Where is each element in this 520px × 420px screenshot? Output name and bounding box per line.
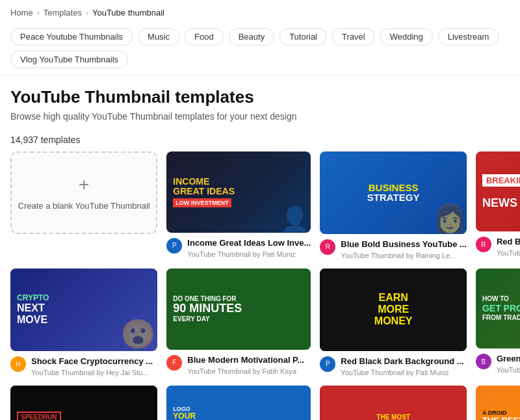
breadcrumb-sep-2: › [86, 8, 88, 18]
breadcrumb-current: YouTube thumbnail [92, 8, 164, 18]
template-card-6[interactable]: EARNMOREMONEYPRed Black Dark Background … [320, 269, 467, 376]
card-text-6: Red Black Dark Background ...YouTube Thu… [341, 356, 467, 376]
template-card-10[interactable]: THE MOSTATTRACTIVETHUMBNAIL😮TMost Attrac… [320, 386, 467, 420]
card-info-6: PRed Black Dark Background ...YouTube Th… [320, 356, 467, 376]
avatar-3: R [476, 237, 491, 252]
card-text-1: Income Great Ideas Low Inve...YouTube Th… [187, 238, 311, 258]
filter-pill-travel[interactable]: Travel [332, 28, 375, 46]
avatar-7: B [476, 354, 491, 369]
template-thumb-11: A DROIDTHE BESTMOBILEGAMES🎮 [476, 386, 520, 420]
filter-pill-livestream[interactable]: Livestream [438, 28, 499, 46]
filter-pill-food[interactable]: Food [185, 28, 224, 46]
avatar-4: H [10, 356, 26, 372]
filter-bar: Peace Youtube ThumbnailsMusicFoodBeautyT… [0, 23, 520, 75]
card-info-2: RBlue Bold Business YouTube ...YouTube T… [320, 239, 467, 259]
template-thumb-5: DO ONE THING FOR90 MINUTESEVERY DAY [166, 269, 311, 350]
page-header: YouTube Thumbnail templates Browse high … [0, 75, 520, 124]
template-card-9[interactable]: LOGOYOURHEALTHIS OURPRIORITYFBlue Modern… [166, 386, 311, 420]
card-info-7: BGreen Photocentric Bold Ma...YouTube Th… [476, 354, 520, 374]
breadcrumb-templates[interactable]: Templates [44, 8, 82, 18]
avatar-2: R [320, 239, 335, 255]
filter-pill-beauty[interactable]: Beauty [229, 28, 274, 46]
card-meta-3: YouTube Thumbnail by Raining Le... [497, 249, 520, 257]
template-thumb-4: CRYPTONEXTMOVE😮 [10, 269, 157, 351]
template-card-5[interactable]: DO ONE THING FOR90 MINUTESEVERY DAYFBlue… [166, 269, 311, 376]
template-card-4[interactable]: CRYPTONEXTMOVE😮HShock Face Cryptocurrenc… [10, 269, 157, 376]
card-name-7: Green Photocentric Bold Ma... [497, 354, 520, 365]
card-meta-4: YouTube Thumbnail by Hey Jai Stu... [31, 369, 157, 376]
filter-pill-tutorial[interactable]: Tutorial [280, 28, 327, 46]
filter-pill-vlog[interactable]: Vlog YouTube Thumbnails [10, 51, 128, 68]
card-info-3: RRed Bold News Youtube Thu...YouTube Thu… [476, 237, 520, 257]
card-meta-6: YouTube Thumbnail by Pati Muniz [341, 369, 467, 376]
template-thumb-7: HOW TOGET PROFITFROM TRADING👤 [476, 269, 520, 348]
card-meta-7: YouTube Thumbnail by Blancalab... [497, 366, 520, 374]
template-thumb-8: SPEEDRUNHORRORGAME😱 [10, 386, 157, 420]
card-meta-2: YouTube Thumbnail by Raining Le... [341, 252, 467, 259]
template-thumb-3: BREAKINGNEWS👔 [476, 151, 520, 231]
breadcrumb-home[interactable]: Home [10, 8, 33, 18]
breadcrumb: Home › Templates › YouTube thumbnail [0, 0, 520, 23]
card-text-5: Blue Modern Motivational P...YouTube Thu… [187, 355, 311, 375]
card-meta-5: YouTube Thumbnail by Fatih Kaya [187, 367, 311, 375]
filter-pill-music[interactable]: Music [138, 28, 179, 46]
card-meta-1: YouTube Thumbnail by Pati Muniz [187, 250, 311, 258]
card-text-2: Blue Bold Business YouTube ...YouTube Th… [341, 239, 467, 259]
page-subtitle: Browse high quality YouTube Thumbnail te… [10, 111, 510, 122]
avatar-1: P [166, 238, 182, 254]
template-card-11[interactable]: A DROIDTHE BESTMOBILEGAMES🎮FYellow Abstr… [476, 386, 520, 420]
filter-pill-peace[interactable]: Peace Youtube Thumbnails [10, 28, 133, 46]
card-name-5: Blue Modern Motivational P... [187, 355, 311, 366]
template-thumb-2: BUSINESSSTRATEGY👩 [320, 151, 467, 234]
card-name-2: Blue Bold Business YouTube ... [341, 239, 467, 250]
template-grid: + Create a blank YouTube Thumbnail INCOM… [0, 151, 520, 420]
template-thumb-10: THE MOSTATTRACTIVETHUMBNAIL😮 [320, 386, 467, 420]
breadcrumb-sep-1: › [37, 8, 40, 18]
card-name-3: Red Bold News Youtube Thu... [497, 237, 520, 248]
card-info-4: HShock Face Cryptocurrency ...YouTube Th… [10, 356, 157, 376]
avatar-5: F [166, 355, 182, 371]
page-title: YouTube Thumbnail templates [10, 87, 510, 107]
card-info-1: PIncome Great Ideas Low Inve...YouTube T… [166, 238, 311, 258]
template-thumb-1: INCOMEGREAT IDEASLOW INVESTMENT👤 [166, 151, 311, 233]
plus-icon: + [79, 174, 89, 195]
card-name-1: Income Great Ideas Low Inve... [187, 238, 311, 249]
template-card-7[interactable]: HOW TOGET PROFITFROM TRADING👤BGreen Phot… [476, 269, 520, 376]
card-name-4: Shock Face Cryptocurrency ... [31, 356, 157, 367]
avatar-6: P [320, 356, 335, 372]
template-thumb-6: EARNMOREMONEY [320, 269, 467, 351]
template-count: 14,937 templates [0, 124, 520, 151]
card-text-7: Green Photocentric Bold Ma...YouTube Thu… [497, 354, 520, 374]
template-thumb-9: LOGOYOURHEALTHIS OURPRIORITY [166, 386, 311, 420]
card-text-4: Shock Face Cryptocurrency ...YouTube Thu… [31, 356, 157, 376]
create-blank-label: Create a blank YouTube Thumbnail [18, 200, 150, 212]
card-info-5: FBlue Modern Motivational P...YouTube Th… [166, 355, 311, 375]
template-card-2[interactable]: BUSINESSSTRATEGY👩RBlue Bold Business You… [320, 151, 467, 259]
template-card-1[interactable]: INCOMEGREAT IDEASLOW INVESTMENT👤PIncome … [166, 151, 311, 259]
card-text-3: Red Bold News Youtube Thu...YouTube Thum… [497, 237, 520, 257]
create-blank-card[interactable]: + Create a blank YouTube Thumbnail [10, 151, 157, 234]
template-card-3[interactable]: BREAKINGNEWS👔RRed Bold News Youtube Thu.… [476, 151, 520, 259]
template-card-8[interactable]: SPEEDRUNHORRORGAME😱LBlack Brushed Speed … [10, 386, 157, 420]
card-name-6: Red Black Dark Background ... [341, 356, 467, 367]
filter-pill-wedding[interactable]: Wedding [380, 28, 433, 46]
